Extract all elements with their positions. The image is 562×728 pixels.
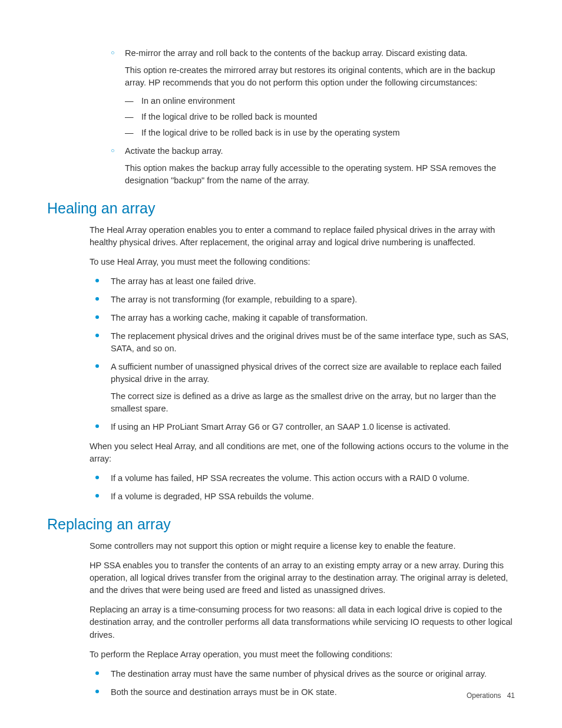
item-text: The array has a working cache, making it… bbox=[111, 313, 368, 322]
page-footer: Operations 41 bbox=[467, 691, 515, 700]
top-sub-list: ○ Activate the backup array. bbox=[111, 145, 515, 157]
list-item: — If the logical drive to be rolled back… bbox=[125, 127, 515, 139]
item-follow-text: The correct size is defined as a drive a… bbox=[111, 390, 515, 415]
body-text: This option makes the backup array fully… bbox=[125, 162, 515, 187]
item-text: If the logical drive to be rolled back i… bbox=[141, 128, 399, 137]
item-text: In an online environment bbox=[141, 96, 235, 106]
list-item: ○ Re-mirror the array and roll back to t… bbox=[111, 47, 515, 60]
list-item: A sufficient number of unassigned physic… bbox=[90, 361, 515, 415]
item-text: If a volume is degraded, HP SSA rebuilds… bbox=[111, 492, 314, 501]
bullet-icon bbox=[95, 297, 99, 301]
list-item: Both the source and destination arrays m… bbox=[90, 686, 515, 699]
item-text: A sufficient number of unassigned physic… bbox=[111, 362, 501, 384]
body-text: To perform the Replace Array operation, … bbox=[90, 648, 515, 661]
conditions-list: The array has at least one failed drive.… bbox=[90, 275, 515, 433]
item-text: Both the source and destination arrays m… bbox=[111, 687, 337, 697]
bullet-icon bbox=[95, 334, 99, 337]
dash-icon: — bbox=[125, 95, 134, 107]
bullet-icon bbox=[95, 671, 99, 675]
page-content: ○ Re-mirror the array and roll back to t… bbox=[47, 47, 515, 699]
circle-bullet-icon: ○ bbox=[111, 48, 115, 58]
body-text: Replacing an array is a time-consuming p… bbox=[90, 604, 515, 641]
list-item: ○ Activate the backup array. bbox=[111, 145, 515, 157]
bullet-icon bbox=[95, 364, 99, 368]
top-sub-list: ○ Re-mirror the array and roll back to t… bbox=[111, 47, 515, 60]
item-text: If the logical drive to be rolled back i… bbox=[141, 112, 317, 121]
bullet-icon bbox=[95, 315, 99, 319]
body-text: To use Heal Array, you must meet the fol… bbox=[90, 256, 515, 268]
list-item: If a volume is degraded, HP SSA rebuilds… bbox=[90, 490, 515, 503]
dash-list: — In an online environment — If the logi… bbox=[125, 95, 515, 139]
item-text: The array is not transforming (for examp… bbox=[111, 295, 357, 304]
item-text: The replacement physical drives and the … bbox=[111, 331, 508, 353]
dash-icon: — bbox=[125, 111, 134, 123]
item-text: If using an HP ProLiant Smart Array G6 o… bbox=[111, 422, 451, 431]
bullet-icon bbox=[95, 690, 99, 693]
list-item: The array has at least one failed drive. bbox=[90, 275, 515, 288]
section-heading-replacing: Replacing an array bbox=[47, 516, 515, 533]
list-item: The replacement physical drives and the … bbox=[90, 330, 515, 355]
item-text: If a volume has failed, HP SSA recreates… bbox=[111, 473, 470, 483]
body-text: This option re-creates the mirrored arra… bbox=[125, 64, 515, 89]
footer-page-number: 41 bbox=[507, 691, 515, 700]
item-text: Activate the backup array. bbox=[125, 146, 223, 156]
item-text: Re-mirror the array and roll back to the… bbox=[125, 48, 468, 58]
item-text: The destination array must have the same… bbox=[111, 669, 487, 678]
bullet-icon bbox=[95, 476, 99, 479]
body-text: HP SSA enables you to transfer the conte… bbox=[90, 559, 515, 597]
dash-icon: — bbox=[125, 127, 134, 139]
bullet-icon bbox=[95, 424, 99, 428]
replace-conditions-list: The destination array must have the same… bbox=[90, 668, 515, 699]
actions-list: If a volume has failed, HP SSA recreates… bbox=[90, 472, 515, 503]
bullet-icon bbox=[95, 279, 99, 282]
list-item: The destination array must have the same… bbox=[90, 668, 515, 680]
body-text: Some controllers may not support this op… bbox=[90, 540, 515, 552]
section-heading-healing: Healing an array bbox=[47, 200, 515, 217]
circle-bullet-icon: ○ bbox=[111, 146, 115, 156]
body-text: When you select Heal Array, and all cond… bbox=[90, 440, 515, 465]
list-item: If using an HP ProLiant Smart Array G6 o… bbox=[90, 421, 515, 433]
list-item: — If the logical drive to be rolled back… bbox=[125, 111, 515, 123]
item-text: The array has at least one failed drive. bbox=[111, 276, 256, 286]
body-text: The Heal Array operation enables you to … bbox=[90, 224, 515, 249]
footer-section: Operations bbox=[467, 691, 501, 700]
list-item: — In an online environment bbox=[125, 95, 515, 107]
list-item: The array has a working cache, making it… bbox=[90, 312, 515, 324]
bullet-icon bbox=[95, 494, 99, 498]
list-item: If a volume has failed, HP SSA recreates… bbox=[90, 472, 515, 485]
list-item: The array is not transforming (for examp… bbox=[90, 294, 515, 306]
